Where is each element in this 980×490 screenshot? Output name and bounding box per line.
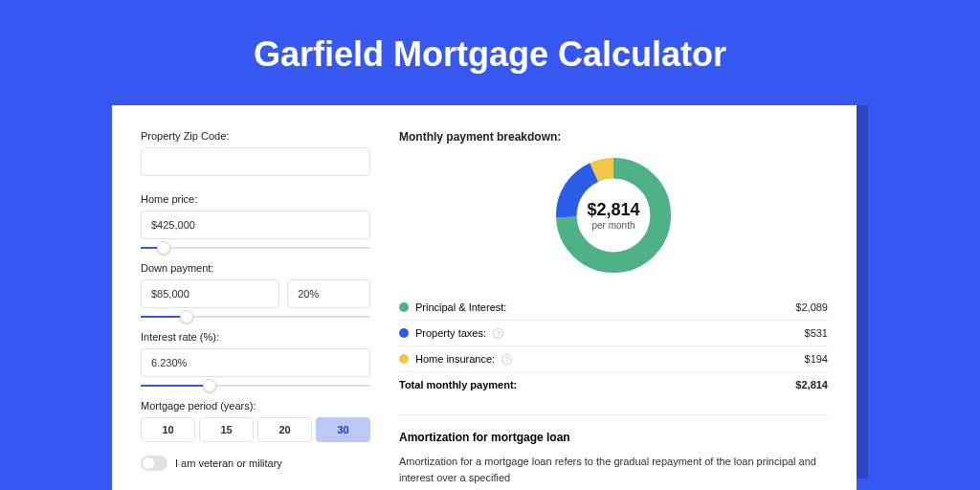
period-field: Mortgage period (years): 10152030 (141, 400, 370, 442)
toggle-knob (143, 457, 154, 469)
amortization-section: Amortization for mortgage loan Amortizat… (399, 414, 828, 485)
zip-label: Property Zip Code: (141, 130, 370, 142)
amortization-body: Amortization for a mortgage loan refers … (399, 454, 828, 485)
down-payment-amount-input[interactable] (141, 279, 279, 308)
breakdown-panel: Monthly payment breakdown: $2,814 per mo… (399, 130, 828, 490)
down-payment-label: Down payment: (141, 262, 370, 274)
veteran-label: I am veteran or military (175, 457, 282, 469)
calculator-card: Property Zip Code: Home price: Down paym… (112, 105, 857, 490)
donut-amount: $2,814 (587, 200, 639, 220)
period-btn-30[interactable]: 30 (316, 417, 370, 442)
home-price-field: Home price: (141, 193, 370, 239)
legend-value: $531 (805, 327, 828, 339)
legend-row-green: Principal & Interest:$2,089 (399, 295, 828, 320)
legend-row-blue: Property taxes:?$531 (399, 320, 828, 345)
breakdown-header: Monthly payment breakdown: (399, 130, 828, 144)
period-btn-10[interactable]: 10 (141, 417, 195, 442)
veteran-row: I am veteran or military (141, 456, 370, 471)
legend-value: $194 (805, 353, 828, 365)
page-title: Garfield Mortgage Calculator (0, 34, 980, 75)
total-value: $2,814 (795, 379, 828, 390)
interest-slider[interactable] (141, 385, 370, 387)
donut-sub: per month (591, 220, 635, 231)
interest-field: Interest rate (%): (141, 331, 370, 377)
amortization-heading: Amortization for mortgage loan (399, 431, 828, 444)
info-icon[interactable]: ? (493, 328, 503, 339)
legend-label: Home insurance: (415, 353, 495, 365)
zip-input[interactable] (141, 147, 370, 176)
legend-row-yellow: Home insurance:?$194 (399, 345, 828, 371)
legend-label: Principal & Interest: (415, 301, 506, 313)
zip-field: Property Zip Code: (141, 130, 370, 176)
veteran-toggle[interactable] (141, 456, 167, 471)
period-btn-20[interactable]: 20 (257, 417, 312, 442)
total-label: Total monthly payment: (399, 379, 517, 390)
period-label: Mortgage period (years): (141, 400, 370, 412)
inputs-panel: Property Zip Code: Home price: Down paym… (141, 130, 370, 490)
total-row: Total monthly payment: $2,814 (399, 371, 828, 397)
card-shadow: Property Zip Code: Home price: Down paym… (112, 105, 868, 479)
home-price-input[interactable] (141, 211, 370, 239)
down-payment-slider[interactable] (141, 316, 370, 318)
info-icon[interactable]: ? (501, 354, 512, 365)
legend-value: $2,089 (795, 301, 828, 313)
period-btn-15[interactable]: 15 (199, 417, 254, 442)
legend-label: Property taxes: (415, 327, 486, 339)
home-price-label: Home price: (141, 193, 370, 205)
yellow-dot-icon (399, 354, 409, 364)
interest-label: Interest rate (%): (141, 331, 370, 343)
green-dot-icon (399, 302, 409, 312)
monthly-donut-chart: $2,814 per month (551, 153, 676, 278)
down-payment-field: Down payment: (141, 262, 370, 308)
blue-dot-icon (399, 328, 409, 338)
down-payment-pct-input[interactable] (287, 279, 370, 308)
interest-input[interactable] (141, 348, 370, 377)
home-price-slider[interactable] (141, 247, 370, 249)
period-options: 10152030 (141, 417, 370, 442)
